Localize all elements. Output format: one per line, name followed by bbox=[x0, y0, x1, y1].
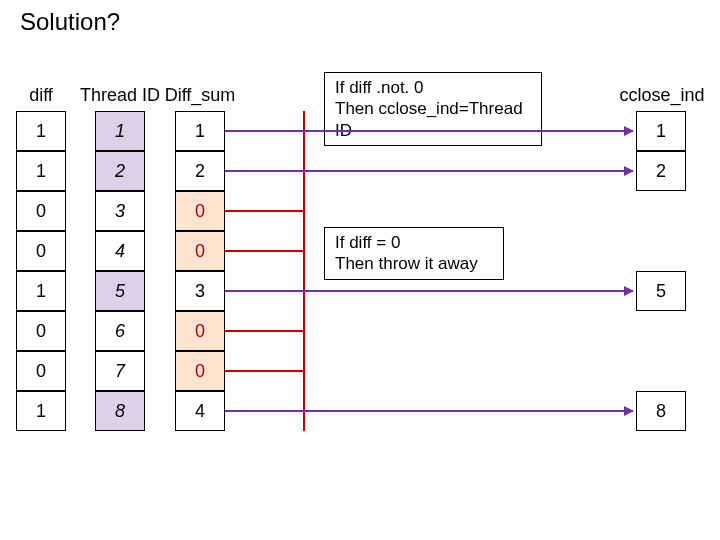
dsum-cell: 0 bbox=[175, 231, 225, 271]
cclose-gap bbox=[636, 351, 686, 391]
header-diff-sum: Diff_sum bbox=[160, 85, 240, 106]
diff-cell: 1 bbox=[16, 391, 66, 431]
dsum-cell: 4 bbox=[175, 391, 225, 431]
dsum-cell: 0 bbox=[175, 311, 225, 351]
tid-cell: 3 bbox=[95, 191, 145, 231]
tid-cell: 8 bbox=[95, 391, 145, 431]
cclose-cell: 1 bbox=[636, 111, 686, 151]
dsum-cell: 0 bbox=[175, 191, 225, 231]
diff-cell: 0 bbox=[16, 191, 66, 231]
cclose-cell: 5 bbox=[636, 271, 686, 311]
column-diff: 1 1 0 0 1 0 0 1 bbox=[16, 111, 66, 431]
cclose-gap bbox=[636, 231, 686, 271]
header-thread-id: Thread ID bbox=[75, 85, 165, 106]
dsum-cell: 1 bbox=[175, 111, 225, 151]
tid-cell: 7 bbox=[95, 351, 145, 391]
arrow-keep bbox=[225, 170, 633, 172]
diff-cell: 1 bbox=[16, 151, 66, 191]
cclose-cell: 8 bbox=[636, 391, 686, 431]
header-diff: diff bbox=[16, 85, 66, 106]
stop-line bbox=[303, 111, 305, 431]
column-diff-sum: 1 2 0 0 3 0 0 4 bbox=[175, 111, 225, 431]
cclose-gap bbox=[636, 191, 686, 231]
diff-cell: 0 bbox=[16, 231, 66, 271]
tid-cell: 1 bbox=[95, 111, 145, 151]
dsum-cell: 3 bbox=[175, 271, 225, 311]
note-nonzero: If diff .not. 0Then cclose_ind=Thread ID bbox=[324, 72, 542, 146]
note-zero: If diff = 0Then throw it away bbox=[324, 227, 504, 280]
tid-cell: 2 bbox=[95, 151, 145, 191]
slide-title: Solution? bbox=[20, 8, 120, 36]
diff-cell: 1 bbox=[16, 271, 66, 311]
column-cclose-ind: 1 2 5 8 bbox=[636, 111, 686, 431]
stub-discard bbox=[225, 250, 305, 252]
tid-cell: 6 bbox=[95, 311, 145, 351]
stub-discard bbox=[225, 210, 305, 212]
cclose-cell: 2 bbox=[636, 151, 686, 191]
dsum-cell: 2 bbox=[175, 151, 225, 191]
column-thread-id: 1 2 3 4 5 6 7 8 bbox=[95, 111, 145, 431]
stub-discard bbox=[225, 370, 305, 372]
arrow-keep bbox=[225, 410, 633, 412]
tid-cell: 5 bbox=[95, 271, 145, 311]
diff-cell: 0 bbox=[16, 351, 66, 391]
diff-cell: 0 bbox=[16, 311, 66, 351]
arrow-keep bbox=[225, 290, 633, 292]
dsum-cell: 0 bbox=[175, 351, 225, 391]
tid-cell: 4 bbox=[95, 231, 145, 271]
cclose-gap bbox=[636, 311, 686, 351]
stub-discard bbox=[225, 330, 305, 332]
diff-cell: 1 bbox=[16, 111, 66, 151]
arrow-keep bbox=[225, 130, 633, 132]
header-cclose-ind: cclose_ind bbox=[612, 85, 712, 106]
